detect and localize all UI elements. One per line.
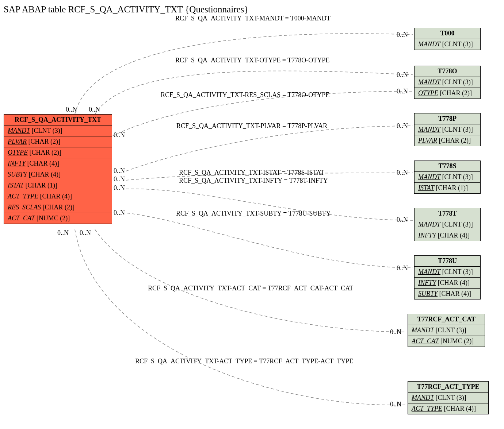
rel-label-infty: RCF_S_QA_ACTIVITY_TXT-INFTY = T778T-INFT…	[179, 177, 328, 185]
rel-label-res-sclas: RCF_S_QA_ACTIVITY_TXT-RES_SCLAS = T778O-…	[161, 91, 329, 99]
card-tgt: 0..N	[390, 328, 401, 336]
entity-row: PLVAR [CHAR (2)]	[415, 135, 480, 146]
entity-row: MANDT [CLNT (3)]	[4, 125, 112, 136]
entity-row: INFTY [CHAR (4)]	[4, 158, 112, 169]
entity-row: MANDT [CLNT (3)]	[408, 393, 488, 403]
entity-row: MANDT [CLNT (3)]	[415, 124, 480, 135]
card-src: 0..N	[114, 175, 125, 183]
entity-row: RES_SCLAS [CHAR (2)]	[4, 202, 112, 213]
entity-row: SUBTY [CHAR (4)]	[4, 169, 112, 180]
entity-t778u: T778U MANDT [CLNT (3)] INFTY [CHAR (4)] …	[414, 255, 481, 299]
entity-row: ISTAT [CHAR (1)]	[4, 180, 112, 191]
card-src: 0..N	[66, 106, 77, 113]
entity-row: MANDT [CLNT (3)]	[415, 172, 480, 183]
card-src: 0..N	[114, 209, 125, 217]
card-tgt: 0..N	[397, 88, 408, 95]
page-title: SAP ABAP table RCF_S_QA_ACTIVITY_TXT {Qu…	[4, 4, 248, 15]
card-src: 0..N	[80, 229, 91, 237]
card-tgt: 0..N	[397, 264, 408, 272]
entity-t778o: T778O MANDT [CLNT (3)] OTYPE [CHAR (2)]	[414, 66, 481, 99]
entity-row: SUBTY [CHAR (4)]	[415, 289, 480, 299]
card-tgt: 0..N	[397, 71, 408, 79]
entity-t000: T000 MANDT [CLNT (3)]	[414, 28, 481, 50]
rel-label-otype: RCF_S_QA_ACTIVITY_TXT-OTYPE = T778O-OTYP…	[175, 57, 329, 64]
entity-row: OTYPE [CHAR (2)]	[4, 147, 112, 158]
entity-row: MANDT [CLNT (3)]	[415, 219, 480, 230]
entity-t778s: T778S MANDT [CLNT (3)] ISTAT [CHAR (1)]	[414, 161, 481, 194]
entity-t77rcf-act-cat: T77RCF_ACT_CAT MANDT [CLNT (3)] ACT_CAT …	[408, 314, 485, 347]
card-tgt: 0..N	[397, 122, 408, 130]
entity-row: MANDT [CLNT (3)]	[408, 325, 485, 336]
entity-row: ISTAT [CHAR (1)]	[415, 183, 480, 193]
rel-label-mandt: RCF_S_QA_ACTIVITY_TXT-MANDT = T000-MANDT	[175, 15, 331, 22]
entity-row: MANDT [CLNT (3)]	[415, 267, 480, 278]
entity-row: ACT_TYPE [CHAR (4)]	[408, 403, 488, 414]
card-src: 0..N	[57, 229, 69, 237]
rel-label-istat: RCF_S_QA_ACTIVITY_TXT-ISTAT = T778S-ISTA…	[179, 169, 324, 177]
card-tgt: 0..N	[390, 401, 401, 408]
entity-row: MANDT [CLNT (3)]	[415, 39, 480, 50]
entity-row: OTYPE [CHAR (2)]	[415, 88, 480, 98]
entity-source-name: RCF_S_QA_ACTIVITY_TXT	[4, 115, 112, 125]
card-tgt: 0..N	[397, 31, 408, 39]
rel-label-act-type: RCF_S_QA_ACTIVITY_TXT-ACT_TYPE = T77RCF_…	[135, 358, 353, 365]
entity-t778t: T778T MANDT [CLNT (3)] INFTY [CHAR (4)]	[414, 208, 481, 241]
entity-row: INFTY [CHAR (4)]	[415, 230, 480, 241]
entity-row: ACT_TYPE [CHAR (4)]	[4, 191, 112, 202]
entity-row: MANDT [CLNT (3)]	[415, 77, 480, 88]
rel-label-plvar: RCF_S_QA_ACTIVITY_TXT-PLVAR = T778P-PLVA…	[176, 122, 327, 130]
entity-source: RCF_S_QA_ACTIVITY_TXT MANDT [CLNT (3)] P…	[4, 114, 112, 224]
card-src: 0..N	[114, 184, 125, 192]
card-tgt: 0..N	[397, 216, 408, 224]
entity-t778p: T778P MANDT [CLNT (3)] PLVAR [CHAR (2)]	[414, 113, 481, 146]
card-src: 0..N	[114, 131, 125, 139]
card-tgt: 0..N	[397, 169, 408, 177]
rel-label-subty: RCF_S_QA_ACTIVITY_TXT-SUBTY = T778U-SUBT…	[176, 210, 331, 217]
entity-row: ACT_CAT [NUMC (2)]	[4, 213, 112, 224]
entity-t77rcf-act-type: T77RCF_ACT_TYPE MANDT [CLNT (3)] ACT_TYP…	[408, 381, 489, 414]
rel-label-act-cat: RCF_S_QA_ACTIVITY_TXT-ACT_CAT = T77RCF_A…	[148, 285, 353, 292]
entity-row: ACT_CAT [NUMC (2)]	[408, 336, 485, 347]
card-src: 0..N	[89, 106, 100, 113]
card-src: 0..N	[114, 167, 125, 175]
entity-row: PLVAR [CHAR (2)]	[4, 136, 112, 147]
entity-row: INFTY [CHAR (4)]	[415, 278, 480, 289]
